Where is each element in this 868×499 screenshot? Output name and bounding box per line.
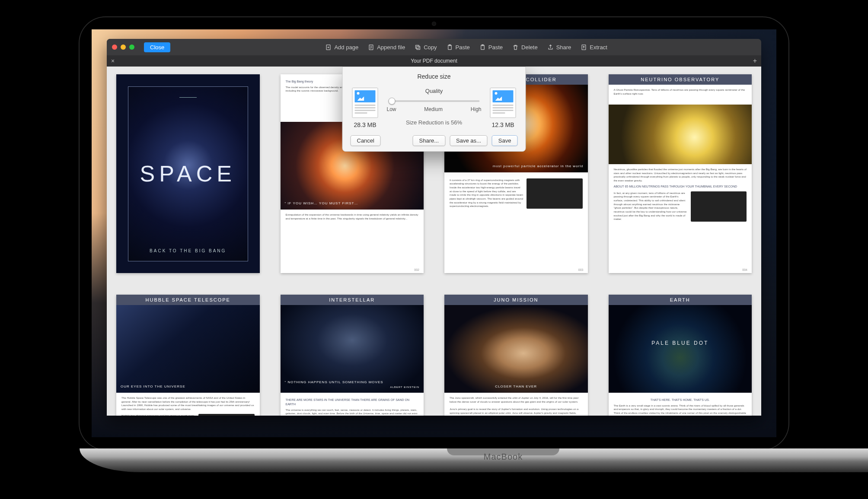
reduce-size-dialog: Reduce size 28.3 MB Quality [342,67,526,152]
dialog-title: Reduce size [351,73,518,80]
p4-header: NEUTRINO OBSERVATORY [609,74,752,85]
cover-subtitle: BACK TO THE BIG BANG [150,248,226,253]
extract-button[interactable]: Extract [581,44,607,51]
document-title: Your PDF document [411,58,457,64]
quality-slider[interactable] [389,100,480,102]
p4-num: 004 [742,268,747,271]
paste-icon [447,44,453,51]
page-thumbnail-5[interactable]: HUBBLE SPACE TELESCOPE OUR EYES INTO THE… [116,295,260,416]
pdf-app-window: Close Add page Append file [107,39,761,416]
copy-icon [415,44,421,51]
append-file-icon [368,44,374,51]
paste-label-2: Paste [488,44,503,51]
append-file-button[interactable]: Append file [368,44,405,51]
p7-header: JUNO MISSION [444,295,588,305]
toolbar-actions: Add page Append file Copy Paste [325,44,607,51]
add-page-label: Add page [334,44,358,51]
screen-bezel: Close Add page Append file [80,17,788,449]
document-titlebar: × Your PDF document + [107,55,761,67]
size-before-value: 28.3 MB [351,121,380,128]
p2-quote: “ IF YOU WISH… YOU MUST FIRST… [285,201,420,205]
p3-quote: most powerful particle accelerator in th… [449,164,584,168]
quality-high: High [471,106,482,112]
webcam [432,22,436,26]
p4-lead: A Ghost Particle Retrospective. Tens of … [614,88,745,95]
trash-icon [512,44,519,51]
cancel-button[interactable]: Cancel [351,135,381,146]
page-thumbnail-6[interactable]: INTERSTELLAR “ NOTHING HAPPENS UNTIL SOM… [281,295,424,416]
thumbnails-area: SPACE BACK TO THE BIG BANG The Big Bang … [107,67,761,416]
share-icon [547,44,554,51]
extract-icon [581,44,587,51]
p6-sub: THERE ARE MORE STARS IN THE UNIVERSE THA… [286,398,419,407]
p5-quote: OUR EYES INTO THE UNIVERSE [121,385,255,388]
extract-label: Extract [590,44,607,51]
paste-label-1: Paste [456,44,470,51]
share-label: Share [556,44,571,51]
page-thumbnail-8[interactable]: EARTH PALE BLUE DOT THAT'S HERE. THAT'S … [609,295,752,416]
desktop-wallpaper: Close Add page Append file [92,29,776,437]
laptop-frame: Close Add page Append file [80,17,788,472]
add-tab-icon[interactable]: + [753,57,757,65]
quality-low: Low [387,106,396,112]
reduction-text: Size Reduction is 56% [386,119,482,126]
window-controls [112,44,134,50]
svg-rect-3 [416,45,419,48]
paste-button-2[interactable]: Paste [479,44,503,51]
p8-sub: THAT'S HERE. THAT'S HOME. THAT'S US. [614,398,747,402]
p6-header: INTERSTELLAR [281,295,424,305]
p2-num: 002 [414,268,419,271]
p4-sub: ABOUT 65 MILLION NEUTRINOS PASS THROUGH … [614,184,747,189]
page-thumbnail-7[interactable]: JUNO MISSION CLOSER THAN EVER The Juno s… [444,295,588,416]
quality-medium: Medium [424,106,443,112]
cover-title: SPACE [140,161,236,187]
window-close-dot[interactable] [112,44,117,50]
p8-header: EARTH [609,295,752,305]
p8-hero: PALE BLUE DOT [609,340,752,346]
slider-knob[interactable] [389,98,396,105]
close-tab-icon[interactable]: × [111,57,115,64]
size-before-preview: 28.3 MB [351,88,380,128]
laptop-label: MacBook [484,452,523,462]
quality-label: Quality [386,88,482,94]
copy-button[interactable]: Copy [415,44,437,51]
size-after-preview: 12.3 MB [488,88,518,128]
add-page-icon [325,44,332,51]
p6-quote: “ NOTHING HAPPENS UNTIL SOMETHING MOVES [285,380,383,384]
add-page-button[interactable]: Add page [325,44,358,51]
page-thumbnail-4[interactable]: NEUTRINO OBSERVATORY A Ghost Particle Re… [609,74,752,273]
page-thumbnail-1[interactable]: SPACE BACK TO THE BIG BANG [116,74,260,273]
delete-button[interactable]: Delete [512,44,538,51]
p3-num: 003 [578,268,584,271]
delete-label: Delete [521,44,538,51]
paste-icon [479,44,486,51]
append-file-label: Append file [377,44,405,51]
close-button[interactable]: Close [144,42,170,52]
app-toolbar: Close Add page Append file [107,39,761,55]
share-button[interactable]: Share [547,44,571,51]
p5-header: HUBBLE SPACE TELESCOPE [116,295,260,305]
save-button[interactable]: Save [492,135,518,146]
laptop-base: MacBook [80,448,868,472]
size-after-value: 12.3 MB [488,121,518,128]
window-zoom-dot[interactable] [129,44,134,50]
save-as-button[interactable]: Save as... [450,135,488,146]
p7-quote: CLOSER THAN EVER [444,385,588,388]
paste-button-1[interactable]: Paste [447,44,470,51]
window-minimize-dot[interactable] [121,44,126,50]
copy-label: Copy [424,44,437,51]
p6-attr: ALBERT EINSTEIN [285,386,420,388]
svg-rect-2 [417,46,420,50]
share-dialog-button[interactable]: Share... [413,135,446,146]
p2-sub: Extrapolation of the expansion [286,213,322,216]
